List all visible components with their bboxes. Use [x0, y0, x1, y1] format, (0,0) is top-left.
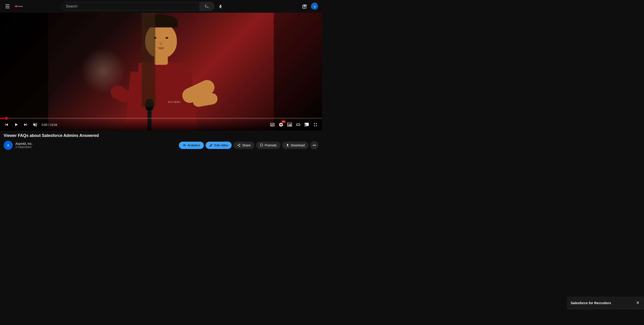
- channel-avatar[interactable]: a: [4, 141, 13, 150]
- video-thumbnail: ASYMBL: [0, 13, 322, 131]
- promote-label: Promote: [265, 143, 277, 147]
- hd-badge: HD: [282, 120, 285, 123]
- search-input[interactable]: [66, 4, 196, 9]
- skip-forward-button[interactable]: [22, 121, 30, 129]
- analytics-button[interactable]: Analytics: [179, 142, 204, 149]
- header-left: YouTube: [4, 3, 23, 10]
- miniplayer-button[interactable]: [286, 121, 294, 129]
- edit-video-button[interactable]: Edit video: [206, 142, 232, 149]
- settings-wrap: HD: [277, 121, 285, 129]
- more-options-button[interactable]: •••: [310, 141, 318, 149]
- channel-subscribers: 3 subscribers: [16, 146, 32, 149]
- action-buttons: Analytics Edit video Share Promote Downl…: [179, 141, 318, 149]
- edit-video-label: Edit video: [214, 143, 228, 147]
- create-button[interactable]: [300, 2, 309, 11]
- voice-search-button[interactable]: [216, 2, 225, 11]
- subtitles-button[interactable]: [268, 121, 276, 129]
- theater-button[interactable]: [294, 121, 302, 129]
- promote-button[interactable]: Promote: [256, 142, 280, 149]
- controls-right: HD: [268, 121, 319, 129]
- download-button[interactable]: Download: [282, 142, 308, 149]
- mute-button[interactable]: [31, 121, 39, 129]
- fullscreen-button[interactable]: [312, 121, 319, 129]
- video-title: Viewer FAQs about Salesforce Admins Answ…: [4, 133, 318, 138]
- share-button[interactable]: Share: [234, 142, 254, 149]
- channel-name: Asymbl, Inc.: [16, 142, 32, 146]
- play-button[interactable]: [12, 121, 20, 129]
- analytics-label: Analytics: [188, 143, 200, 147]
- svg-text:YouTube: YouTube: [18, 6, 23, 7]
- channel-info: Asymbl, Inc. 3 subscribers: [16, 142, 32, 149]
- hamburger-menu[interactable]: [4, 3, 11, 10]
- below-video: Viewer FAQs about Salesforce Admins Answ…: [0, 131, 322, 153]
- search-bar: [62, 2, 200, 11]
- channel-row: a Asymbl, Inc. 3 subscribers Analytics E…: [4, 141, 318, 150]
- more-label: •••: [313, 143, 316, 147]
- account-avatar[interactable]: a: [311, 3, 318, 10]
- search-container: [62, 2, 225, 11]
- cast-button[interactable]: [303, 121, 311, 129]
- search-button[interactable]: [200, 2, 214, 11]
- time-display: 0:00 / 13:04: [41, 123, 58, 126]
- skip-back-button[interactable]: [3, 121, 10, 129]
- header-right: a: [300, 2, 318, 11]
- download-label: Download: [291, 143, 305, 147]
- video-player[interactable]: ASYMBL 0:00 / 13:04: [0, 13, 322, 131]
- player-controls: 0:00 / 13:04 HD: [0, 119, 322, 131]
- header: YouTube a: [0, 0, 322, 13]
- youtube-logo[interactable]: YouTube: [15, 4, 23, 9]
- share-label: Share: [242, 143, 250, 147]
